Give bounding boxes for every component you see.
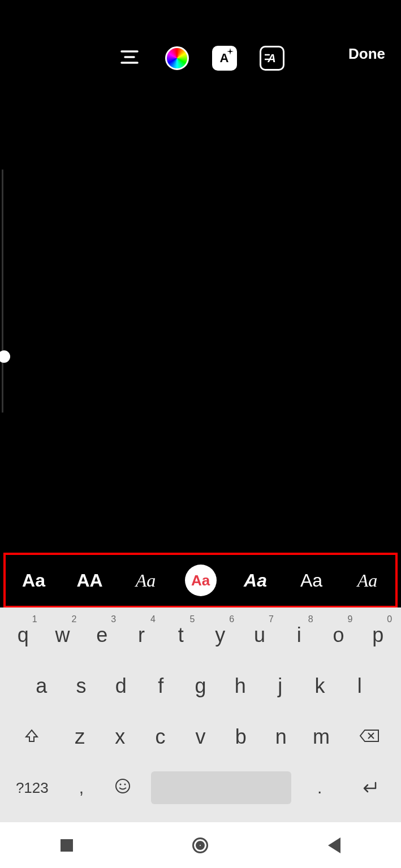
key-k[interactable]: k: [300, 665, 339, 707]
key-d[interactable]: d: [101, 665, 141, 707]
text-animation-icon: A: [260, 46, 284, 71]
text-input-area[interactable]: [120, 271, 281, 349]
key-e[interactable]: e3: [82, 614, 122, 656]
font-selector-row: Aa AA Aa Aa Aa Aa Aa: [3, 553, 398, 608]
nav-back-button[interactable]: [317, 828, 351, 862]
key-v[interactable]: v: [180, 716, 221, 758]
done-button[interactable]: Done: [348, 45, 385, 63]
key-i[interactable]: i8: [279, 614, 319, 656]
key-a[interactable]: a: [21, 665, 61, 707]
align-center-icon: [118, 46, 141, 71]
font-option-classic[interactable]: Aa: [17, 570, 51, 591]
nav-home-button[interactable]: [183, 828, 217, 862]
key-b[interactable]: b: [221, 716, 261, 758]
keyboard-row-1: q1 w2 e3 r4 t5 y6 u7 i8 o9 p0: [0, 607, 401, 658]
key-w[interactable]: w2: [43, 614, 83, 656]
nav-recent-button[interactable]: [50, 828, 84, 862]
keyboard-row-2: a s d f g h j k l: [0, 658, 401, 709]
key-backspace[interactable]: [341, 716, 398, 758]
key-j[interactable]: j: [260, 665, 300, 707]
shift-icon: [24, 725, 40, 749]
font-option-script[interactable]: Aa: [129, 570, 163, 591]
font-option-serif-italic[interactable]: Aa: [351, 570, 385, 591]
key-shift[interactable]: [3, 716, 60, 758]
keyboard-row-3: z x c v b n m: [0, 709, 401, 760]
svg-point-5: [116, 779, 130, 793]
enter-icon: [360, 778, 378, 798]
text-size-slider-handle[interactable]: [0, 350, 10, 363]
back-icon: [328, 837, 340, 853]
key-l[interactable]: l: [340, 665, 380, 707]
key-emoji[interactable]: [102, 767, 143, 809]
svg-point-7: [124, 783, 126, 785]
key-t[interactable]: t5: [161, 614, 201, 656]
emoji-icon: [114, 778, 131, 798]
spacebar-icon: [151, 771, 291, 804]
keyboard-row-4: ?123 , .: [0, 760, 401, 811]
color-picker-button[interactable]: [165, 46, 189, 71]
android-nav-bar: [0, 823, 401, 868]
key-g[interactable]: g: [180, 665, 220, 707]
key-y[interactable]: y6: [201, 614, 240, 656]
recent-icon: [61, 839, 73, 852]
font-option-italic-bold[interactable]: Aa: [239, 570, 273, 591]
home-icon: [192, 837, 208, 853]
key-comma[interactable]: ,: [61, 767, 102, 809]
font-option-modern[interactable]: AA: [73, 570, 107, 591]
key-symbols-mode[interactable]: ?123: [3, 767, 61, 809]
key-c[interactable]: c: [140, 716, 180, 758]
text-size-slider-track[interactable]: [2, 170, 3, 413]
color-wheel-icon: [165, 46, 189, 70]
key-f[interactable]: f: [141, 665, 180, 707]
key-s[interactable]: s: [61, 665, 101, 707]
key-p[interactable]: p0: [358, 614, 398, 656]
key-n[interactable]: n: [261, 716, 301, 758]
font-option-alt[interactable]: Aa: [295, 570, 329, 591]
key-period[interactable]: .: [299, 767, 340, 809]
text-toolbar: A A: [0, 44, 401, 72]
key-r[interactable]: r4: [122, 614, 161, 656]
key-u[interactable]: u7: [240, 614, 279, 656]
key-x[interactable]: x: [100, 716, 140, 758]
story-editor-canvas[interactable]: A A Done Aa AA Aa Aa Aa Aa Aa: [0, 0, 401, 607]
text-effect-icon: A: [212, 46, 237, 71]
key-z[interactable]: z: [60, 716, 100, 758]
key-m[interactable]: m: [301, 716, 341, 758]
text-animation-button[interactable]: A: [260, 46, 284, 71]
key-q[interactable]: q1: [3, 614, 43, 656]
key-h[interactable]: h: [221, 665, 260, 707]
key-space[interactable]: [143, 767, 299, 809]
text-align-button[interactable]: [117, 46, 142, 71]
onscreen-keyboard: q1 w2 e3 r4 t5 y6 u7 i8 o9 p0 a s d f g …: [0, 607, 401, 822]
key-o[interactable]: o9: [319, 614, 359, 656]
key-enter[interactable]: [340, 767, 398, 809]
svg-point-6: [119, 783, 121, 785]
backspace-icon: [359, 725, 380, 749]
font-option-typewriter[interactable]: Aa: [185, 565, 217, 596]
text-effect-button[interactable]: A: [212, 46, 237, 71]
